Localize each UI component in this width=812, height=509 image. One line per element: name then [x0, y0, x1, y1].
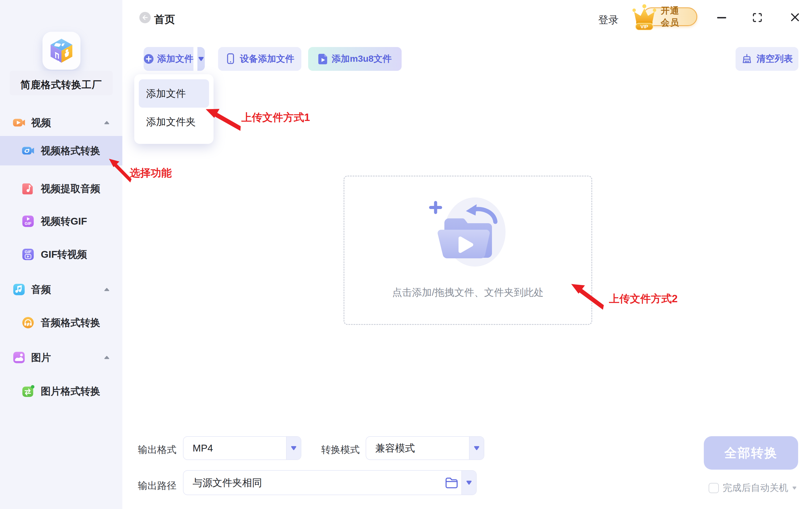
clear-list-button[interactable]: 清空列表	[736, 47, 799, 71]
sidebar-item-gif-to-video[interactable]: GIF GIF转视频	[0, 241, 122, 268]
add-file-dropdown-toggle[interactable]	[198, 47, 205, 71]
sidebar-item-label: 视频转GIF	[41, 215, 87, 228]
convert-mode-label: 转换模式	[321, 443, 360, 456]
sidebar-group-audio[interactable]: 音频	[0, 281, 122, 298]
sidebar-item-label: 图片格式转换	[41, 385, 100, 398]
svg-text:GIF: GIF	[25, 249, 31, 254]
add-m3u8-button[interactable]: 添加m3u8文件	[308, 47, 401, 71]
page-title: 首页	[154, 12, 175, 27]
output-path-caret[interactable]	[461, 471, 476, 495]
phone-icon	[225, 53, 236, 65]
app-logo	[42, 32, 80, 70]
fullscreen-icon	[752, 12, 763, 23]
svg-text:GIF: GIF	[25, 221, 31, 226]
audio-convert-icon	[22, 316, 35, 329]
login-link[interactable]: 登录	[598, 13, 619, 27]
video-to-gif-icon: GIF	[22, 215, 35, 228]
sidebar-item-image-format-convert[interactable]: 图片格式转换	[0, 378, 122, 405]
video-convert-icon	[22, 144, 35, 157]
sidebar-group-image[interactable]: 图片	[0, 349, 122, 366]
sidebar-group-video[interactable]: 视频	[0, 114, 122, 131]
menu-item-add-folder[interactable]: 添加文件夹	[139, 108, 209, 136]
auto-shutdown-label: 完成后自动关机	[723, 481, 788, 494]
auto-shutdown-checkbox[interactable]	[709, 483, 719, 493]
add-file-dropdown-menu: 添加文件 添加文件夹	[134, 74, 214, 144]
add-m3u8-label: 添加m3u8文件	[332, 53, 392, 65]
output-path-value: 与源文件夹相同	[183, 476, 442, 489]
output-path-input[interactable]: 与源文件夹相同	[183, 470, 476, 495]
convert-mode-value: 兼容模式	[366, 442, 469, 455]
output-format-caret	[286, 437, 301, 460]
app-name: 简鹿格式转换工厂	[0, 78, 122, 92]
plus-circle-icon	[144, 54, 154, 64]
chevron-up-icon	[104, 121, 110, 125]
music-note-icon	[12, 283, 26, 296]
sidebar: 简鹿格式转换工厂 视频	[0, 0, 122, 509]
caret-down-icon[interactable]	[792, 486, 797, 490]
vip-button-label: 开通会员	[661, 5, 687, 29]
annotation-select-function: 选择功能	[130, 166, 172, 180]
annotation-upload-method-1: 上传文件方式1	[241, 110, 310, 125]
vip-membership-button[interactable]: 开通会员 VIP	[629, 4, 697, 29]
gif-to-video-icon: GIF	[22, 248, 35, 261]
menu-item-add-file[interactable]: 添加文件	[139, 79, 209, 108]
browse-folder-button[interactable]	[442, 471, 461, 495]
chevron-up-icon	[104, 287, 110, 292]
maximize-button[interactable]	[752, 12, 763, 24]
close-icon	[790, 12, 800, 23]
app-window: 简鹿格式转换工厂 视频	[0, 0, 812, 509]
back-button[interactable]	[139, 12, 151, 23]
sidebar-group-label: 图片	[31, 351, 51, 364]
annotation-upload-method-2: 上传文件方式2	[609, 292, 678, 306]
arrow-left-icon	[142, 14, 148, 21]
sidebar-item-label: 视频提取音频	[41, 182, 100, 196]
broom-icon	[741, 53, 752, 65]
image-convert-icon	[22, 385, 35, 398]
minimize-button[interactable]	[717, 17, 726, 19]
sidebar-item-label: GIF转视频	[41, 248, 87, 261]
convert-all-button[interactable]: 全部转换	[704, 436, 798, 470]
close-button[interactable]	[790, 12, 800, 24]
open-folder-illustration	[421, 192, 515, 272]
sidebar-item-label: 视频格式转换	[41, 144, 100, 158]
convert-mode-caret	[469, 437, 484, 460]
file-dropzone[interactable]: 点击添加/拖拽文件、文件夹到此处	[344, 176, 592, 325]
sidebar-group-label: 视频	[31, 116, 51, 130]
caret-down-icon	[474, 446, 480, 450]
convert-mode-select[interactable]: 兼容模式	[366, 436, 484, 460]
add-from-device-label: 设备添加文件	[240, 53, 294, 65]
video-camera-icon	[12, 116, 26, 129]
vip-badge-label: VIP	[640, 24, 648, 30]
chevron-up-icon	[104, 355, 110, 360]
caret-down-icon	[198, 57, 204, 61]
add-file-split-button[interactable]: 添加文件	[144, 47, 205, 71]
clear-list-label: 清空列表	[756, 53, 793, 65]
sidebar-group-label: 音频	[31, 283, 51, 296]
image-icon	[12, 351, 26, 364]
add-file-button[interactable]: 添加文件	[144, 47, 193, 71]
output-format-select[interactable]: MP4	[183, 436, 302, 460]
output-path-label: 输出路径	[138, 479, 176, 492]
output-format-label: 输出格式	[138, 443, 176, 456]
sidebar-item-audio-format-convert[interactable]: 音频格式转换	[0, 309, 122, 336]
audio-extract-icon	[22, 182, 35, 195]
cube-logo-icon	[48, 37, 75, 64]
sidebar-item-video-to-gif[interactable]: GIF 视频转GIF	[0, 208, 122, 235]
auto-shutdown-option: 完成后自动关机	[709, 481, 797, 494]
output-format-value: MP4	[183, 442, 286, 454]
add-file-label: 添加文件	[157, 53, 193, 65]
file-play-icon	[318, 53, 328, 65]
caret-down-icon	[291, 446, 296, 450]
sidebar-item-video-extract-audio[interactable]: 视频提取音频	[0, 175, 122, 202]
caret-down-icon	[466, 480, 472, 485]
dropzone-hint: 点击添加/拖拽文件、文件夹到此处	[344, 286, 591, 299]
crown-icon: VIP	[629, 4, 661, 31]
sidebar-item-label: 音频格式转换	[41, 316, 100, 330]
add-from-device-button[interactable]: 设备添加文件	[218, 47, 302, 71]
folder-icon	[445, 477, 458, 488]
sidebar-item-video-format-convert[interactable]: 视频格式转换	[0, 136, 122, 165]
